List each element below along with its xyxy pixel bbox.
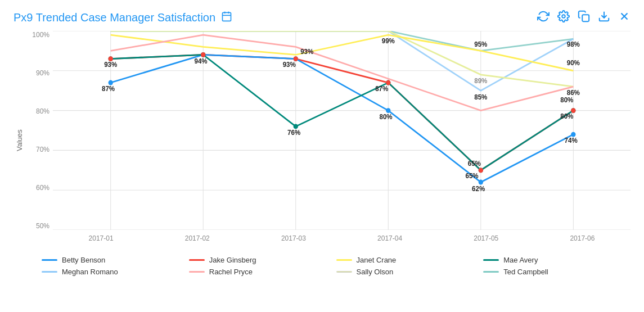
- close-icon[interactable]: [618, 10, 631, 25]
- x-tick-apr: 2017-04: [342, 234, 438, 242]
- legend-item-sally: Sally Olson: [336, 268, 484, 276]
- y-axis-label: Values: [13, 31, 25, 250]
- chart-area: Values 100% 90% 80% 70% 60% 50%: [13, 31, 631, 250]
- y-tick-100: 100%: [27, 31, 53, 39]
- svg-point-50: [294, 124, 298, 129]
- x-tick-may: 2017-05: [438, 234, 534, 242]
- svg-point-57: [386, 80, 390, 85]
- legend-label-betty: Betty Benson: [62, 256, 105, 264]
- line-janet-crane: [111, 35, 574, 71]
- line-betty-benson: [111, 55, 574, 182]
- x-tick-jan: 2017-01: [53, 234, 149, 242]
- chart-title: Px9 Trended Case Manager Satisfaction: [13, 11, 215, 24]
- header: Px9 Trended Case Manager Satisfaction: [13, 10, 631, 25]
- line-rachel-pryce: [111, 35, 574, 111]
- legend-item-betty: Betty Benson: [42, 256, 189, 264]
- legend-line-jake: [189, 259, 205, 261]
- svg-text:93%: 93%: [104, 61, 118, 69]
- legend-line-betty: [42, 259, 57, 261]
- line-meghan-romano: [111, 31, 574, 91]
- title-area: Px9 Trended Case Manager Satisfaction: [13, 11, 232, 25]
- svg-point-54: [109, 56, 113, 61]
- line-jake-ginsberg: [111, 55, 574, 170]
- legend-item-meghan: Meghan Romano: [42, 268, 189, 276]
- legend-line-rachel: [189, 271, 205, 273]
- legend-label-sally: Sally Olson: [357, 268, 394, 276]
- legend: Betty Benson Jake Ginsberg Janet Crane M…: [13, 256, 631, 276]
- main-container: Px9 Trended Case Manager Satisfaction: [0, 0, 644, 312]
- legend-item-rachel: Rachel Pryce: [189, 268, 336, 276]
- settings-icon[interactable]: [557, 10, 570, 25]
- svg-point-4: [562, 15, 565, 18]
- legend-item-ted: Ted Campbell: [483, 268, 631, 276]
- legend-label-jake: Jake Ginsberg: [209, 256, 256, 264]
- svg-text:89%: 89%: [474, 77, 488, 85]
- svg-text:65%: 65%: [466, 172, 479, 180]
- svg-text:76%: 76%: [287, 128, 301, 136]
- svg-text:62%: 62%: [472, 185, 485, 193]
- svg-point-56: [294, 56, 298, 61]
- legend-label-meghan: Meghan Romano: [62, 268, 118, 276]
- copy-icon[interactable]: [578, 10, 590, 25]
- legend-label-mae: Mae Avery: [503, 256, 538, 264]
- x-tick-jun: 2017-06: [534, 234, 631, 242]
- legend-label-rachel: Rachel Pryce: [209, 268, 253, 276]
- legend-line-mae: [483, 259, 499, 261]
- legend-label-ted: Ted Campbell: [503, 268, 548, 276]
- svg-text:65%: 65%: [468, 160, 481, 168]
- svg-text:93%: 93%: [283, 61, 296, 69]
- svg-text:74%: 74%: [565, 137, 578, 144]
- legend-line-janet: [336, 259, 352, 261]
- y-tick-90: 90%: [27, 69, 53, 77]
- y-tick-80: 80%: [27, 107, 53, 115]
- svg-text:87%: 87%: [375, 85, 389, 93]
- svg-point-47: [571, 132, 575, 137]
- svg-text:94%: 94%: [195, 57, 208, 65]
- svg-rect-5: [582, 15, 589, 21]
- svg-text:85%: 85%: [474, 93, 488, 101]
- svg-text:98%: 98%: [567, 40, 580, 48]
- legend-line-meghan: [42, 271, 57, 273]
- y-tick-60: 60%: [27, 184, 53, 192]
- y-tick-50: 50%: [27, 222, 53, 230]
- svg-text:80%: 80%: [380, 113, 393, 121]
- svg-text:95%: 95%: [474, 40, 488, 48]
- line-ted-campbell: [111, 31, 574, 51]
- y-tick-labels: 100% 90% 80% 70% 60% 50%: [27, 31, 53, 230]
- svg-point-46: [479, 180, 483, 185]
- svg-point-45: [386, 108, 390, 113]
- svg-point-59: [571, 108, 575, 113]
- line-mae-avery: [111, 55, 574, 170]
- chart-svg: 87% 94% 93% 80% 62% 74% 76% 65% 80% 93% …: [53, 31, 631, 230]
- svg-text:86%: 86%: [567, 89, 580, 97]
- toolbar: [537, 10, 631, 25]
- svg-text:87%: 87%: [102, 85, 115, 93]
- svg-point-58: [479, 168, 483, 173]
- svg-point-55: [201, 52, 205, 57]
- legend-item-mae: Mae Avery: [483, 256, 631, 264]
- legend-item-janet: Janet Crane: [336, 256, 484, 264]
- download-icon[interactable]: [598, 10, 610, 25]
- x-tick-mar: 2017-03: [245, 234, 341, 242]
- svg-text:80%: 80%: [560, 96, 574, 104]
- legend-line-ted: [483, 271, 499, 273]
- svg-point-42: [109, 80, 113, 85]
- x-axis-labels: 2017-01 2017-02 2017-03 2017-04 2017-05 …: [53, 230, 631, 250]
- svg-text:99%: 99%: [382, 37, 395, 45]
- legend-line-sally: [336, 271, 352, 273]
- y-tick-70: 70%: [27, 146, 53, 153]
- chart-inner: 100% 90% 80% 70% 60% 50%: [27, 31, 631, 250]
- svg-text:90%: 90%: [567, 59, 580, 67]
- x-tick-feb: 2017-02: [149, 234, 245, 242]
- legend-item-jake: Jake Ginsberg: [189, 256, 336, 264]
- svg-rect-0: [223, 12, 231, 21]
- refresh-icon[interactable]: [537, 10, 550, 25]
- svg-text:80%: 80%: [560, 112, 574, 120]
- svg-text:93%: 93%: [300, 48, 314, 56]
- legend-label-janet: Janet Crane: [357, 256, 397, 264]
- calendar-icon[interactable]: [221, 11, 232, 25]
